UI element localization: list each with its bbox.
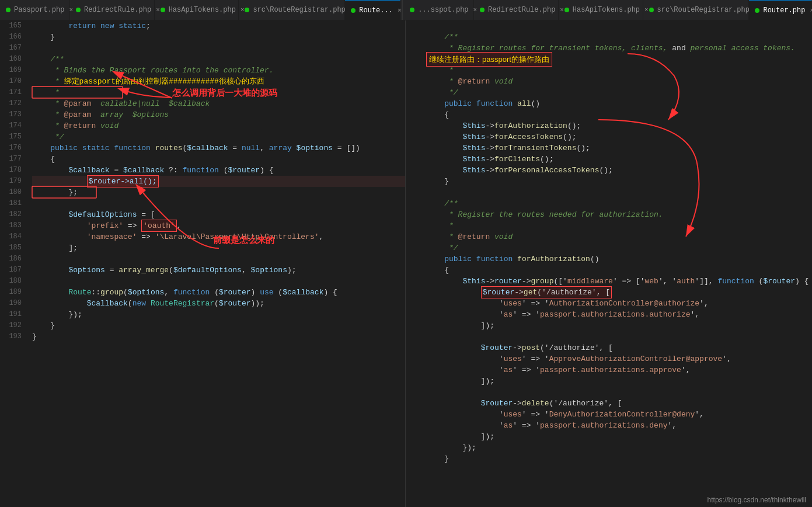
watermark: https://blog.csdn.net/thinkthewill bbox=[708, 496, 806, 504]
code-line-186 bbox=[32, 254, 405, 265]
code-left[interactable]: return new static; } /** * Bin bbox=[26, 20, 405, 507]
code-line-185: ]; bbox=[32, 242, 405, 254]
right-uses2: 'uses' => 'ApproveAuthorizationControlle… bbox=[426, 353, 812, 364]
right-bracket3: ]); bbox=[426, 431, 812, 442]
right-as2: 'as' => 'passport.authorizations.approve… bbox=[426, 364, 812, 376]
code-line-184: 'namespace' => '\Laravel\Passport\Http\C… bbox=[32, 231, 405, 242]
right-routerget: $router->get('/authorize', [ bbox=[426, 287, 812, 298]
code-line-174: * @return void bbox=[32, 120, 405, 131]
right-func-forauth: public function forAuthorization() bbox=[426, 254, 812, 265]
code-line-183: 'prefix' => 'oauth', bbox=[32, 220, 405, 231]
tab-routeregistrar-right[interactable]: src\RouteRegistrar.php × bbox=[643, 0, 750, 20]
right-routerdelete: $router->delete('/authorize', [ bbox=[426, 398, 812, 409]
code-line-192: } bbox=[32, 320, 405, 331]
right-comment9: * @return void bbox=[426, 231, 812, 242]
code-line-173: * @param array $options bbox=[32, 109, 405, 120]
right-blank3 bbox=[426, 331, 812, 342]
code-line-172: * @param callable|null $callback bbox=[32, 98, 405, 109]
right-comment10: */ bbox=[426, 242, 812, 254]
line-numbers-left: 165 166 167 168 169 170 171 172 173 174 … bbox=[0, 20, 26, 507]
code-line-176: public static function routes($callback … bbox=[32, 143, 405, 154]
right-brace2: } bbox=[426, 176, 812, 187]
code-line-171: * bbox=[32, 87, 405, 98]
code-line-182: $defaultOptions = [ bbox=[32, 209, 405, 220]
right-forauth: $this->forAuthorization(); bbox=[426, 120, 812, 131]
code-line-170: * 绑定passport的路由到控制器###########很核心的东西 bbox=[32, 76, 405, 87]
right-brace3: { bbox=[426, 265, 812, 276]
right-comment6: /** bbox=[426, 198, 812, 209]
right-closebrace2: } bbox=[426, 453, 812, 464]
left-editor: 165 166 167 168 169 170 171 172 173 174 … bbox=[0, 20, 406, 507]
tab-hasapitokens-right[interactable]: HasApiTokens.php × bbox=[559, 0, 643, 20]
right-uses1: 'uses' => 'AuthorizationController@autho… bbox=[426, 298, 812, 309]
line-numbers-right bbox=[406, 20, 423, 507]
right-comment3: * bbox=[426, 65, 812, 76]
code-line-179: $router->all(); bbox=[32, 176, 405, 187]
tab-router-right[interactable]: Router.php × bbox=[749, 0, 812, 20]
right-as1: 'as' => 'passport.authorizations.authori… bbox=[426, 309, 812, 320]
code-line-177: { bbox=[32, 154, 405, 165]
right-comment7: * Register the routes needed for authori… bbox=[426, 209, 812, 220]
tab-routeregistrar[interactable]: src\RouteRegistrar.php × bbox=[239, 0, 345, 20]
code-line-166: } bbox=[32, 32, 405, 43]
right-forpersonal: $this->forPersonalAccessTokens(); bbox=[426, 165, 812, 176]
right-forclients: $this->forClients(); bbox=[426, 154, 812, 165]
right-comment8: * bbox=[426, 220, 812, 231]
code-line-189: Route::group($options, function ($router… bbox=[32, 287, 405, 298]
code-line-178: $callback = $callback ?: function ($rout… bbox=[32, 165, 405, 176]
code-line-169: * Binds the Passport routes into the con… bbox=[32, 65, 405, 76]
code-line-175: */ bbox=[32, 131, 405, 143]
code-line-165: return new static; bbox=[32, 20, 405, 32]
tab-bar: Passport.php × RedirectRule.php × HasApi… bbox=[0, 0, 812, 20]
right-func-all: public function all() bbox=[426, 98, 812, 109]
code-line-168: /** bbox=[32, 54, 405, 65]
right-line-blank1 bbox=[426, 20, 812, 32]
tab-redirectrule-right[interactable]: RedirectRule.php × bbox=[474, 0, 559, 20]
code-line-191: }); bbox=[32, 309, 405, 320]
right-comment1: /** bbox=[426, 32, 812, 43]
right-as3: 'as' => 'passport.authorizations.deny', bbox=[426, 420, 812, 431]
code-line-181 bbox=[32, 198, 405, 209]
right-comment5: */ bbox=[426, 87, 812, 98]
right-fortransient: $this->forTransientTokens(); bbox=[426, 143, 812, 154]
code-line-180: }; bbox=[32, 187, 405, 198]
code-line-187: $options = array_merge($defaultOptions, … bbox=[32, 265, 405, 276]
right-routerpost: $router->post('/authorize', [ bbox=[426, 342, 812, 353]
right-editor: /** * Register routes for transient toke… bbox=[406, 20, 812, 507]
right-uses3: 'uses' => 'DenyAuthorizationController@d… bbox=[426, 409, 812, 420]
right-brace1: { bbox=[426, 109, 812, 120]
right-blank4 bbox=[426, 387, 812, 398]
tab-router-left[interactable]: Route... × bbox=[345, 0, 400, 20]
tab-redirectrule[interactable]: RedirectRule.php × bbox=[70, 0, 155, 20]
code-line-188 bbox=[32, 276, 405, 287]
tab-hasapitokens[interactable]: HasApiTokens.php × bbox=[155, 0, 239, 20]
code-line-190: $callback(new RouteRegistrar($router)); bbox=[32, 298, 405, 309]
right-annotation-line: 继续注册路由：passport的操作路由 bbox=[426, 54, 812, 65]
code-line-193: } bbox=[32, 331, 405, 342]
code-right[interactable]: /** * Register routes for transient toke… bbox=[423, 20, 812, 507]
right-bracket1: ]); bbox=[426, 320, 812, 331]
tab-passport-right[interactable]: ...sspot.php × bbox=[404, 0, 474, 20]
tab-passport[interactable]: Passport.php × bbox=[0, 0, 70, 20]
right-foraccess: $this->forAccessTokens(); bbox=[426, 131, 812, 143]
right-closebrace1: }); bbox=[426, 442, 812, 453]
right-comment4: * @return void bbox=[426, 76, 812, 87]
code-line-167 bbox=[32, 43, 405, 54]
right-group: $this->router->group(['middleware' => ['… bbox=[426, 276, 812, 287]
right-bracket2: ]); bbox=[426, 376, 812, 387]
right-blank2 bbox=[426, 187, 812, 198]
